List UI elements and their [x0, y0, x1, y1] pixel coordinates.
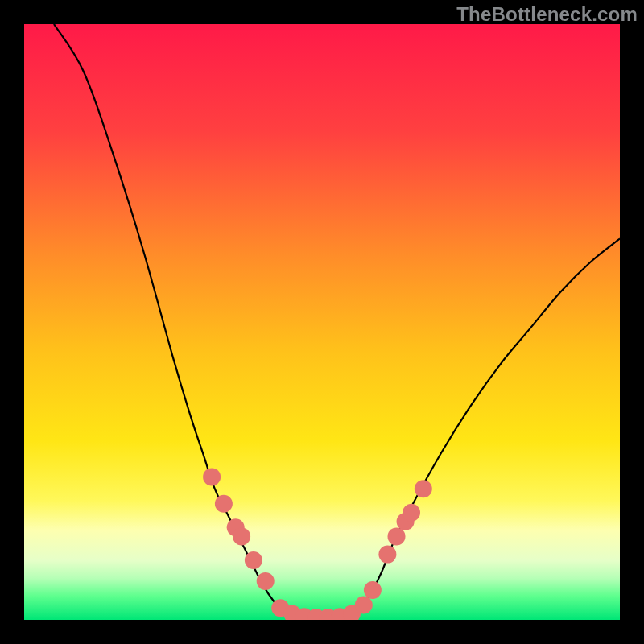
data-point — [203, 468, 221, 485]
data-point — [364, 581, 382, 599]
chart-background — [24, 24, 620, 620]
chart-container: TheBottleneck.com — [0, 0, 644, 644]
data-point — [257, 572, 275, 590]
data-point — [402, 504, 420, 522]
data-point — [378, 546, 396, 564]
watermark-text: TheBottleneck.com — [456, 3, 638, 26]
bottleneck-chart — [24, 24, 620, 620]
data-point — [415, 480, 432, 497]
data-point — [215, 495, 233, 513]
data-point — [233, 527, 250, 545]
data-point — [245, 551, 262, 569]
data-point — [388, 527, 406, 545]
data-point — [355, 597, 373, 614]
